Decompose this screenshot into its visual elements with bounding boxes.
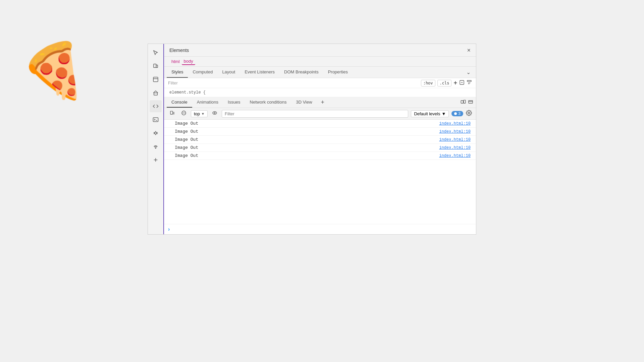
svg-rect-0 [154, 64, 156, 68]
console-row: Image Out index.html:10 [164, 136, 476, 144]
svg-point-32 [213, 112, 217, 114]
element-style-code: element.style { [164, 88, 476, 97]
console-row: Image Out index.html:10 [164, 120, 476, 128]
svg-rect-26 [170, 111, 173, 114]
inspect-computed-button[interactable] [467, 80, 472, 86]
prompt-chevron[interactable]: › [168, 226, 170, 232]
svg-line-12 [154, 133, 155, 134]
filter-actions: :hov .cls + [421, 79, 472, 86]
no-entry-button[interactable] [179, 109, 188, 118]
svg-rect-2 [153, 77, 158, 82]
levels-label: Default levels [414, 111, 440, 116]
console-tabs-row: Console Animations Issues Network condit… [164, 97, 476, 108]
hov-button[interactable]: :hov [421, 80, 435, 86]
console-add-tab[interactable]: + [318, 98, 327, 107]
console-message-text: Image Out [175, 137, 198, 142]
tab-dom-breakpoints[interactable]: DOM Breakpoints [279, 67, 323, 78]
svg-line-10 [154, 132, 155, 133]
console-row: Image Out index.html:10 [164, 152, 476, 160]
message-count: 3 [458, 111, 461, 116]
panel-title: Elements [169, 48, 189, 53]
console-prompt: › [164, 224, 476, 234]
console-message-text: Image Out [175, 121, 198, 126]
close-button[interactable]: × [467, 47, 471, 53]
pizza-emoji: 🍕 [20, 40, 87, 100]
svg-rect-4 [154, 93, 158, 95]
console-output: Image Out index.html:10 Image Out index.… [164, 120, 476, 224]
panel-header: Elements × [164, 44, 476, 57]
styles-filter-row: :hov .cls + [164, 78, 476, 88]
devtools-main: Elements × html body Styles Computed Lay… [164, 44, 476, 234]
top-label: top [194, 111, 200, 116]
console-message-text: Image Out [175, 129, 198, 134]
tab-layout[interactable]: Layout [217, 67, 240, 78]
console-row: Image Out index.html:10 [164, 128, 476, 136]
console-tab-actions [461, 99, 473, 106]
svg-point-33 [214, 112, 215, 113]
device-icon[interactable] [150, 60, 162, 72]
svg-rect-1 [156, 65, 158, 68]
console-row-link[interactable]: index.html:10 [439, 154, 471, 158]
plus-more-icon[interactable] [150, 154, 162, 166]
log-levels-selector[interactable]: Default levels ▼ [411, 110, 449, 117]
tab-3d-view[interactable]: 3D View [291, 97, 317, 108]
svg-rect-5 [153, 118, 158, 122]
svg-line-11 [157, 133, 158, 134]
console-filter-input[interactable] [222, 110, 408, 118]
network-icon[interactable] [150, 140, 162, 153]
frame-selector[interactable]: top ▼ [191, 110, 208, 117]
svg-point-34 [468, 112, 470, 114]
dock-icon-button[interactable] [461, 99, 466, 106]
svg-rect-22 [461, 101, 463, 103]
message-count-badge: 3 [451, 111, 463, 116]
devtools-panel: Elements × html body Styles Computed Lay… [148, 44, 476, 235]
styles-tabs-row: Styles Computed Layout Event Listeners D… [164, 67, 476, 78]
frame-selector-arrow: ▼ [201, 112, 205, 116]
devtools-sidebar [148, 44, 164, 234]
levels-arrow: ▼ [441, 111, 446, 116]
tab-animations[interactable]: Animations [192, 97, 223, 108]
clear-console-button[interactable] [168, 109, 177, 118]
bug-icon[interactable] [150, 127, 162, 139]
svg-rect-19 [467, 80, 471, 81]
add-style-button[interactable]: + [453, 79, 457, 86]
console-message-text: Image Out [175, 145, 198, 150]
tab-issues[interactable]: Issues [223, 97, 245, 108]
console-row-link[interactable]: index.html:10 [439, 129, 471, 134]
cls-button[interactable]: .cls [437, 80, 452, 86]
undock-icon-button[interactable] [468, 99, 473, 106]
cursor-icon[interactable] [150, 47, 162, 59]
tab-network-conditions[interactable]: Network conditions [245, 97, 291, 108]
svg-rect-24 [469, 101, 473, 103]
console-row-link[interactable]: index.html:10 [439, 121, 471, 126]
breadcrumb-html[interactable]: html [169, 58, 182, 65]
breadcrumb-body[interactable]: body [182, 58, 195, 65]
badge-dot [454, 112, 457, 115]
styles-filter-input[interactable] [168, 80, 418, 85]
settings-button[interactable] [466, 110, 472, 118]
tab-computed[interactable]: Computed [188, 67, 217, 78]
svg-point-14 [155, 147, 156, 148]
console-message-text: Image Out [175, 153, 198, 158]
home-icon[interactable] [150, 87, 162, 99]
inspector-icon[interactable] [150, 73, 162, 85]
console-row-link[interactable]: index.html:10 [439, 137, 471, 142]
svg-line-13 [157, 132, 158, 133]
console-row-link[interactable]: index.html:10 [439, 145, 471, 150]
svg-point-7 [155, 132, 157, 134]
console-row: Image Out index.html:10 [164, 144, 476, 152]
svg-rect-23 [464, 100, 465, 103]
pizza-image: 🍕 [20, 44, 94, 117]
eye-button[interactable] [210, 109, 219, 118]
tab-properties[interactable]: Properties [323, 67, 353, 78]
tab-styles[interactable]: Styles [167, 67, 188, 78]
code-icon[interactable] [150, 100, 162, 112]
new-style-rule-button[interactable] [459, 80, 465, 86]
breadcrumb: html body [164, 57, 476, 67]
console-toolbar: top ▼ Default levels ▼ 3 [164, 108, 476, 120]
tabs-more-chevron[interactable]: ⌄ [464, 68, 473, 77]
tab-console[interactable]: Console [167, 97, 192, 108]
tab-event-listeners[interactable]: Event Listeners [240, 67, 279, 78]
terminal-icon[interactable] [150, 114, 162, 126]
